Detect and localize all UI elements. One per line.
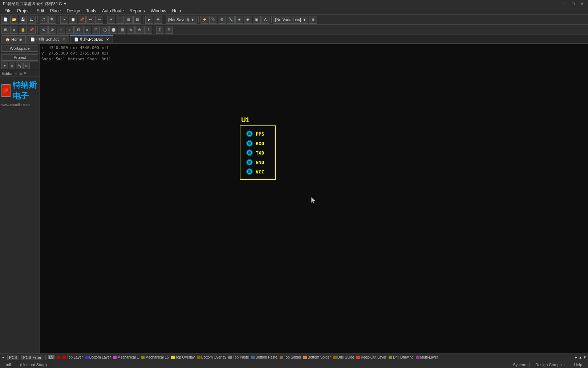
tb-new[interactable]: 📄 <box>1 16 9 24</box>
layer-ls[interactable]: LS <box>48 355 54 359</box>
panel-tb-1[interactable]: ▾ <box>1 63 8 69</box>
layer-mech15[interactable]: Mechanical 15 <box>141 355 169 359</box>
tb-extra4[interactable]: 🔧 <box>227 16 235 24</box>
menu-help[interactable]: Help <box>169 8 184 14</box>
tb-save[interactable]: 💾 <box>19 16 27 24</box>
panel-tab-workspace[interactable]: Workspace <box>1 45 38 52</box>
status-design-compiler[interactable]: Design Compiler <box>532 363 568 367</box>
tb2-9[interactable]: ⬡ <box>92 26 100 34</box>
layer-bot-overlay[interactable]: Bottom Overlay <box>197 355 226 359</box>
panel-tb-3[interactable]: 🔧 <box>16 63 23 69</box>
tb2-10[interactable]: ◯ <box>101 26 109 34</box>
layer-top[interactable]: Top Layer <box>62 355 83 359</box>
tab-schdoc[interactable]: 📄 电路.SchDoc ✕ <box>27 35 69 43</box>
layer-bot-solder[interactable]: Bottom Solder <box>303 355 331 359</box>
layer-top-paste[interactable]: Top Paste <box>228 355 249 359</box>
panel-tb-2[interactable]: ≡ <box>9 63 15 69</box>
layer-multi[interactable]: Multi-Layer <box>416 355 438 359</box>
menu-project[interactable]: Project <box>14 8 33 14</box>
tb2-lock[interactable]: 🔒 <box>19 26 27 34</box>
tb2-4[interactable]: ⟳ <box>48 26 56 34</box>
status-system[interactable]: System <box>510 363 530 367</box>
pcb-canvas[interactable]: x: 4340.000 dx: 4340.000 mil y: 2755.000… <box>40 44 588 353</box>
tb2-14[interactable]: ⊗ <box>135 26 143 34</box>
tb-extra8[interactable]: A <box>261 16 269 24</box>
tab-home[interactable]: 🏠 Home <box>1 35 26 43</box>
layer-bot-paste[interactable]: Bottom Paste <box>251 355 277 359</box>
tb-extra6[interactable]: ◉ <box>244 16 252 24</box>
tb2-1[interactable]: ⊞ <box>1 26 9 34</box>
layer-scroll-left[interactable]: ◄ <box>1 355 5 359</box>
menu-edit[interactable]: Edit <box>34 8 47 14</box>
tb2-2[interactable]: ≡ <box>10 26 18 34</box>
tab-pcbdoc-close[interactable]: ✕ <box>106 37 109 41</box>
tb-extra3[interactable]: ⚙ <box>218 16 226 24</box>
no-variations-dropdown[interactable]: [No Variations] ▼ <box>273 16 308 24</box>
layer-keepout[interactable]: Keep-Out Layer <box>356 355 386 359</box>
panel-tab-project[interactable]: Project <box>1 54 38 61</box>
tb2-3[interactable]: ⟲ <box>40 26 48 34</box>
tb-open[interactable]: 📂 <box>10 16 18 24</box>
tab-schdoc-close[interactable]: ✕ <box>62 37 65 41</box>
tb2-13[interactable]: ⊕ <box>127 26 135 34</box>
tb-zoom-area[interactable]: ⊟ <box>133 16 141 24</box>
editor-icon2[interactable]: ⊞ <box>19 71 23 76</box>
layer-tab-pcb[interactable]: PCB <box>7 355 19 360</box>
editor-icon3[interactable]: ▾ <box>24 71 26 76</box>
tb-zoom-fit[interactable]: ⊞ <box>125 16 133 24</box>
tb2-pin[interactable]: 📌 <box>28 26 36 34</box>
editor-icon1[interactable]: ☆ <box>14 71 18 76</box>
tb-extra2[interactable]: 🔌 <box>209 16 217 24</box>
tb2-7[interactable]: ⊡ <box>74 26 82 34</box>
tb2-17[interactable]: ⊞ <box>165 26 173 34</box>
tb2-12[interactable]: ▤ <box>118 26 126 34</box>
tb-paste[interactable]: 📌 <box>78 16 86 24</box>
close-btn[interactable]: ✕ <box>579 1 585 6</box>
tb-extra5[interactable]: ◈ <box>235 16 243 24</box>
menu-place[interactable]: Place <box>47 8 64 14</box>
tb2-16[interactable]: ⟨⟩ <box>156 26 164 34</box>
tb2-8[interactable]: ◈ <box>83 26 91 34</box>
layer-drill-draw[interactable]: Drill Drawing <box>389 355 414 359</box>
menu-window[interactable]: Window <box>148 8 169 14</box>
tb-redo[interactable]: ↪ <box>95 16 103 24</box>
tb-zoom-in[interactable]: + <box>107 16 115 24</box>
layer-mech1[interactable]: Mechanical 1 <box>113 355 139 359</box>
layer-up[interactable]: ▲ <box>579 355 582 359</box>
tb-undo[interactable]: ↩ <box>86 16 94 24</box>
tb-move[interactable]: ✥ <box>154 16 162 24</box>
tb-extra1[interactable]: ⚡ <box>200 16 208 24</box>
menu-reports[interactable]: Reports <box>127 8 148 14</box>
layer-tab-pcb-filter[interactable]: PCB Filter <box>21 355 43 360</box>
tb-print[interactable]: 🖨 <box>40 16 48 24</box>
menu-file[interactable]: File <box>1 8 14 14</box>
layer-scroll-right[interactable]: ► <box>574 355 578 359</box>
home-icon: 🏠 <box>5 37 10 41</box>
tb-variations[interactable]: ⊕ <box>309 16 317 24</box>
tb-copy[interactable]: 📋 <box>69 16 77 24</box>
layer-bottom[interactable]: Bottom Layer <box>85 355 111 359</box>
layer-down[interactable]: ▼ <box>583 355 587 359</box>
tb-print-prev[interactable]: 🔍 <box>48 16 56 24</box>
menu-autoroute[interactable]: Auto Route <box>99 8 127 14</box>
tb2-11[interactable]: ⬤ <box>109 26 117 34</box>
panel-tb-4[interactable]: ▷ <box>23 63 30 69</box>
layer-top-overlay[interactable]: Top Overlay <box>171 355 195 359</box>
maximize-btn[interactable]: □ <box>571 1 576 6</box>
tb-zoom-out[interactable]: - <box>116 16 124 24</box>
status-help[interactable]: Help <box>571 363 585 367</box>
tb2-5[interactable]: ↔ <box>57 26 65 34</box>
layer-drill-guide[interactable]: Drill Guide <box>333 355 354 359</box>
tb2-6[interactable]: ↕ <box>66 26 74 34</box>
not-saved-dropdown[interactable]: (Not Saved) ▼ <box>166 16 196 24</box>
menu-design[interactable]: Design <box>64 8 83 14</box>
minimize-btn[interactable]: ─ <box>562 1 568 6</box>
layer-top-solder[interactable]: Top Solder <box>280 355 301 359</box>
tb-extra7[interactable]: ▣ <box>253 16 261 24</box>
tab-pcbdoc[interactable]: 📄 电路.PcbDoc ✕ <box>70 35 113 43</box>
tb-select[interactable]: ▶ <box>145 16 153 24</box>
tb-save-all[interactable]: 🗂 <box>28 16 36 24</box>
menu-tools[interactable]: Tools <box>83 8 99 14</box>
tb2-15[interactable]: T <box>144 26 152 34</box>
tb-cut[interactable]: ✂ <box>60 16 68 24</box>
